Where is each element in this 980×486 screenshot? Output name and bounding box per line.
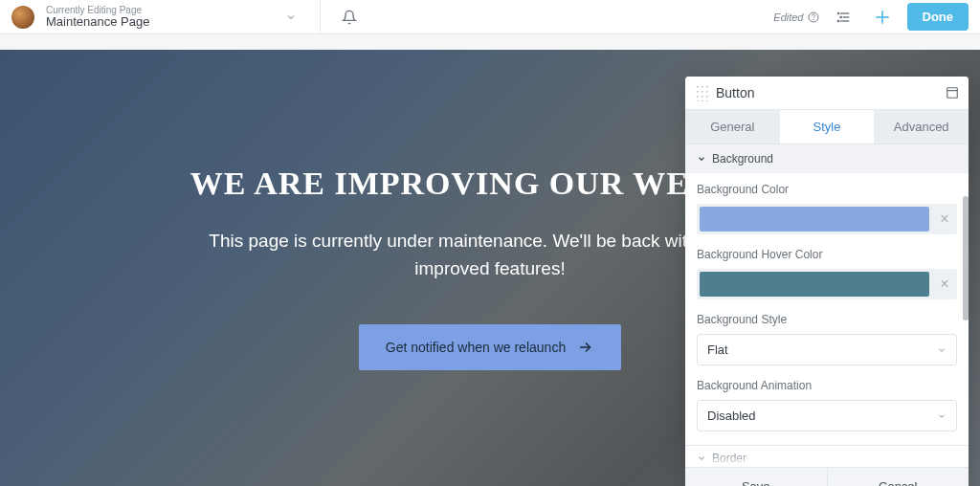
add-button[interactable]	[869, 4, 896, 31]
avatar	[11, 6, 34, 29]
page-selector[interactable]: Currently Editing Page Maintenance Page	[46, 5, 266, 29]
svg-point-6	[840, 16, 841, 17]
done-button[interactable]: Done	[907, 3, 969, 31]
chevron-down-icon[interactable]	[278, 4, 304, 31]
section-border-header[interactable]: Border	[685, 445, 969, 467]
settings-panel: Button General Style Advanced Background…	[685, 77, 969, 486]
panel-tabs: General Style Advanced	[685, 110, 969, 144]
panel-header[interactable]: Button	[685, 77, 969, 110]
bg-style-select[interactable]: Flat	[697, 334, 957, 365]
chevron-down-icon	[937, 411, 947, 421]
edited-label: Edited	[773, 11, 803, 23]
svg-rect-11	[947, 88, 958, 99]
outline-icon[interactable]	[831, 4, 858, 31]
section-background-label: Background	[712, 152, 773, 166]
help-icon[interactable]	[808, 11, 819, 23]
svg-point-1	[813, 19, 813, 20]
save-button[interactable]: Save	[685, 468, 827, 486]
bg-color-label: Background Color	[697, 183, 957, 196]
section-background-header[interactable]: Background	[685, 144, 969, 173]
drag-handle-icon[interactable]	[695, 84, 708, 101]
bg-color-input[interactable]: ×	[697, 204, 957, 234]
bg-anim-select[interactable]: Disabled	[697, 400, 957, 431]
bell-icon[interactable]	[336, 4, 363, 31]
tab-advanced[interactable]: Advanced	[874, 110, 969, 144]
arrow-right-icon	[577, 339, 594, 356]
tab-style[interactable]: Style	[780, 110, 875, 144]
bg-anim-label: Background Animation	[697, 379, 957, 392]
svg-point-7	[837, 20, 838, 21]
bg-hover-label: Background Hover Color	[697, 248, 957, 261]
divider	[320, 0, 321, 33]
section-background-body: Background Color × Background Hover Colo…	[685, 173, 969, 445]
clear-icon[interactable]: ×	[935, 210, 954, 228]
topbar: Currently Editing Page Maintenance Page …	[0, 0, 980, 34]
bg-style-value: Flat	[707, 342, 728, 357]
bg-hover-swatch	[700, 272, 929, 297]
chevron-down-icon	[697, 154, 706, 164]
panel-title: Button	[716, 85, 946, 100]
panel-scrollbar[interactable]	[963, 173, 969, 445]
tab-general[interactable]: General	[685, 110, 780, 144]
panel-actions: Save Cancel	[685, 467, 969, 486]
clear-icon[interactable]: ×	[935, 276, 954, 293]
edited-indicator: Edited	[773, 11, 818, 23]
bg-hover-input[interactable]: ×	[697, 269, 957, 299]
page-selector-title: Maintenance Page	[46, 15, 266, 29]
cta-label: Get notified when we relaunch	[386, 340, 566, 355]
svg-point-5	[837, 12, 838, 13]
chevron-down-icon	[937, 345, 947, 355]
bg-style-label: Background Style	[697, 313, 957, 326]
bg-anim-value: Disabled	[707, 409, 756, 423]
cta-button[interactable]: Get notified when we relaunch	[359, 324, 621, 370]
bg-color-swatch	[700, 207, 929, 232]
cancel-button[interactable]: Cancel	[827, 468, 969, 486]
maximize-icon[interactable]	[946, 86, 959, 99]
